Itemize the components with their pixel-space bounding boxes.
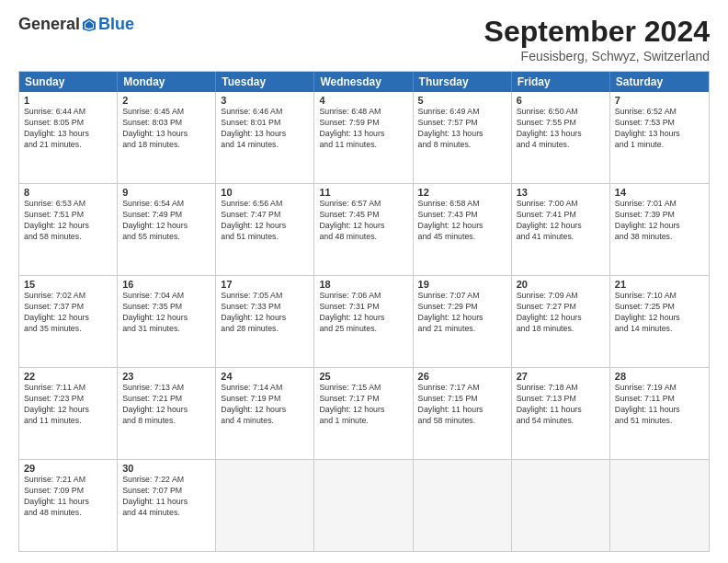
day-number: 19 — [418, 279, 506, 290]
cal-cell: 4Sunrise: 6:48 AM Sunset: 7:59 PM Daylig… — [314, 92, 413, 183]
day-number: 2 — [122, 95, 210, 106]
day-number: 5 — [418, 95, 506, 106]
cal-cell — [216, 460, 314, 551]
calendar-row-2: 8Sunrise: 6:53 AM Sunset: 7:51 PM Daylig… — [19, 183, 709, 275]
day-number: 29 — [24, 463, 112, 474]
day-number: 7 — [615, 95, 704, 106]
header: General Blue September 2024 Feusisberg, … — [18, 15, 710, 63]
day-number: 23 — [122, 371, 210, 382]
day-number: 4 — [319, 95, 407, 106]
header-monday: Monday — [118, 72, 216, 92]
day-info: Sunrise: 6:46 AM Sunset: 8:01 PM Dayligh… — [221, 107, 309, 151]
day-info: Sunrise: 6:56 AM Sunset: 7:47 PM Dayligh… — [221, 199, 309, 243]
day-info: Sunrise: 6:49 AM Sunset: 7:57 PM Dayligh… — [418, 107, 506, 151]
day-number: 28 — [615, 371, 704, 382]
day-info: Sunrise: 6:48 AM Sunset: 7:59 PM Dayligh… — [319, 107, 407, 151]
cal-cell: 19Sunrise: 7:07 AM Sunset: 7:29 PM Dayli… — [414, 276, 512, 367]
cal-cell: 5Sunrise: 6:49 AM Sunset: 7:57 PM Daylig… — [414, 92, 512, 183]
day-number: 16 — [122, 279, 210, 290]
day-number: 17 — [221, 279, 309, 290]
day-number: 14 — [615, 187, 704, 198]
day-number: 10 — [221, 187, 309, 198]
day-info: Sunrise: 6:52 AM Sunset: 7:53 PM Dayligh… — [615, 107, 704, 151]
cal-cell: 28Sunrise: 7:19 AM Sunset: 7:11 PM Dayli… — [610, 368, 709, 459]
header-tuesday: Tuesday — [216, 72, 314, 92]
day-number: 11 — [319, 187, 407, 198]
cal-cell: 18Sunrise: 7:06 AM Sunset: 7:31 PM Dayli… — [314, 276, 413, 367]
day-info: Sunrise: 6:45 AM Sunset: 8:03 PM Dayligh… — [122, 107, 210, 151]
calendar-row-5: 29Sunrise: 7:21 AM Sunset: 7:09 PM Dayli… — [19, 459, 709, 551]
day-info: Sunrise: 7:15 AM Sunset: 7:17 PM Dayligh… — [319, 383, 407, 427]
cal-cell — [512, 460, 610, 551]
header-sunday: Sunday — [19, 72, 118, 92]
header-friday: Friday — [512, 72, 610, 92]
header-wednesday: Wednesday — [314, 72, 413, 92]
cal-cell: 14Sunrise: 7:01 AM Sunset: 7:39 PM Dayli… — [610, 184, 709, 275]
cal-cell: 13Sunrise: 7:00 AM Sunset: 7:41 PM Dayli… — [512, 184, 610, 275]
cal-cell: 6Sunrise: 6:50 AM Sunset: 7:55 PM Daylig… — [512, 92, 610, 183]
cal-cell: 24Sunrise: 7:14 AM Sunset: 7:19 PM Dayli… — [216, 368, 314, 459]
day-info: Sunrise: 6:50 AM Sunset: 7:55 PM Dayligh… — [517, 107, 605, 151]
day-info: Sunrise: 6:54 AM Sunset: 7:49 PM Dayligh… — [122, 199, 210, 243]
cal-cell: 27Sunrise: 7:18 AM Sunset: 7:13 PM Dayli… — [512, 368, 610, 459]
day-number: 30 — [122, 463, 210, 474]
day-info: Sunrise: 7:18 AM Sunset: 7:13 PM Dayligh… — [517, 383, 605, 427]
day-number: 21 — [615, 279, 704, 290]
day-info: Sunrise: 7:07 AM Sunset: 7:29 PM Dayligh… — [418, 291, 506, 335]
cal-cell: 1Sunrise: 6:44 AM Sunset: 8:05 PM Daylig… — [19, 92, 118, 183]
cal-cell — [610, 460, 709, 551]
calendar: Sunday Monday Tuesday Wednesday Thursday… — [18, 71, 710, 552]
cal-cell: 12Sunrise: 6:58 AM Sunset: 7:43 PM Dayli… — [414, 184, 512, 275]
calendar-header: Sunday Monday Tuesday Wednesday Thursday… — [19, 72, 709, 92]
day-number: 18 — [319, 279, 407, 290]
cal-cell: 3Sunrise: 6:46 AM Sunset: 8:01 PM Daylig… — [216, 92, 314, 183]
day-number: 25 — [319, 371, 407, 382]
day-number: 6 — [517, 95, 605, 106]
day-number: 12 — [418, 187, 506, 198]
day-info: Sunrise: 7:13 AM Sunset: 7:21 PM Dayligh… — [122, 383, 210, 427]
cal-cell: 25Sunrise: 7:15 AM Sunset: 7:17 PM Dayli… — [314, 368, 413, 459]
cal-cell: 17Sunrise: 7:05 AM Sunset: 7:33 PM Dayli… — [216, 276, 314, 367]
month-title: September 2024 — [484, 15, 710, 49]
cal-cell: 8Sunrise: 6:53 AM Sunset: 7:51 PM Daylig… — [19, 184, 118, 275]
day-info: Sunrise: 7:02 AM Sunset: 7:37 PM Dayligh… — [24, 291, 112, 335]
cal-cell: 7Sunrise: 6:52 AM Sunset: 7:53 PM Daylig… — [610, 92, 709, 183]
calendar-body: 1Sunrise: 6:44 AM Sunset: 8:05 PM Daylig… — [19, 92, 709, 551]
day-info: Sunrise: 7:06 AM Sunset: 7:31 PM Dayligh… — [319, 291, 407, 335]
cal-cell: 20Sunrise: 7:09 AM Sunset: 7:27 PM Dayli… — [512, 276, 610, 367]
cal-cell: 22Sunrise: 7:11 AM Sunset: 7:23 PM Dayli… — [19, 368, 118, 459]
day-number: 3 — [221, 95, 309, 106]
cal-cell: 16Sunrise: 7:04 AM Sunset: 7:35 PM Dayli… — [118, 276, 216, 367]
day-info: Sunrise: 7:05 AM Sunset: 7:33 PM Dayligh… — [221, 291, 309, 335]
logo-blue-text: Blue — [98, 15, 134, 34]
cal-cell: 29Sunrise: 7:21 AM Sunset: 7:09 PM Dayli… — [19, 460, 118, 551]
cal-cell: 11Sunrise: 6:57 AM Sunset: 7:45 PM Dayli… — [314, 184, 413, 275]
calendar-row-3: 15Sunrise: 7:02 AM Sunset: 7:37 PM Dayli… — [19, 275, 709, 367]
cal-cell: 2Sunrise: 6:45 AM Sunset: 8:03 PM Daylig… — [118, 92, 216, 183]
day-info: Sunrise: 6:53 AM Sunset: 7:51 PM Dayligh… — [24, 199, 112, 243]
day-number: 1 — [24, 95, 112, 106]
cal-cell: 23Sunrise: 7:13 AM Sunset: 7:21 PM Dayli… — [118, 368, 216, 459]
day-number: 24 — [221, 371, 309, 382]
cal-cell — [414, 460, 512, 551]
cal-cell: 15Sunrise: 7:02 AM Sunset: 7:37 PM Dayli… — [19, 276, 118, 367]
day-info: Sunrise: 7:04 AM Sunset: 7:35 PM Dayligh… — [122, 291, 210, 335]
day-info: Sunrise: 7:21 AM Sunset: 7:09 PM Dayligh… — [24, 475, 112, 519]
title-block: September 2024 Feusisberg, Schwyz, Switz… — [484, 15, 710, 63]
cal-cell: 21Sunrise: 7:10 AM Sunset: 7:25 PM Dayli… — [610, 276, 709, 367]
header-thursday: Thursday — [414, 72, 512, 92]
day-info: Sunrise: 7:17 AM Sunset: 7:15 PM Dayligh… — [418, 383, 506, 427]
cal-cell — [314, 460, 413, 551]
cal-cell: 30Sunrise: 7:22 AM Sunset: 7:07 PM Dayli… — [118, 460, 216, 551]
cal-cell: 10Sunrise: 6:56 AM Sunset: 7:47 PM Dayli… — [216, 184, 314, 275]
day-info: Sunrise: 6:44 AM Sunset: 8:05 PM Dayligh… — [24, 107, 112, 151]
page: General Blue September 2024 Feusisberg, … — [0, 0, 728, 563]
logo-general-text: General — [18, 15, 80, 34]
logo: General Blue — [18, 15, 134, 34]
day-info: Sunrise: 7:10 AM Sunset: 7:25 PM Dayligh… — [615, 291, 704, 335]
calendar-row-4: 22Sunrise: 7:11 AM Sunset: 7:23 PM Dayli… — [19, 367, 709, 459]
cal-cell: 26Sunrise: 7:17 AM Sunset: 7:15 PM Dayli… — [414, 368, 512, 459]
day-number: 20 — [517, 279, 605, 290]
day-number: 9 — [122, 187, 210, 198]
calendar-row-1: 1Sunrise: 6:44 AM Sunset: 8:05 PM Daylig… — [19, 92, 709, 183]
